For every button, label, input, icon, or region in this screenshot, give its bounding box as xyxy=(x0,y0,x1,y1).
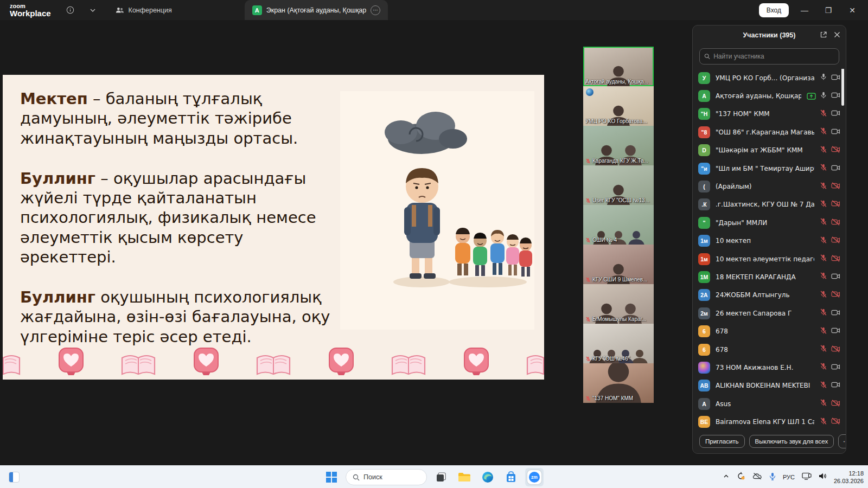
info-icon[interactable] xyxy=(66,6,74,14)
zoom-app-button[interactable]: zm xyxy=(525,468,544,486)
mic-icon[interactable] xyxy=(820,417,827,427)
minimize-button[interactable]: — xyxy=(796,6,813,15)
mic-icon[interactable] xyxy=(820,308,827,318)
mic-icon[interactable] xyxy=(820,163,827,174)
participant-row[interactable]: .К .г.Шахтинск, КГУ ОШ № 7 Даниленк... xyxy=(698,196,840,214)
tray-network-icon[interactable] xyxy=(802,472,812,482)
maximize-button[interactable]: ❐ xyxy=(820,6,837,15)
camera-icon[interactable] xyxy=(831,127,840,137)
participant-row[interactable]: 73 НОМ Акижанов Е.Н. xyxy=(698,358,840,376)
video-thumbnail[interactable]: Ақтоғай ауданы, Қошқа... xyxy=(583,47,654,86)
start-button[interactable] xyxy=(322,468,341,486)
camera-icon[interactable] xyxy=(831,399,840,409)
mic-icon[interactable] xyxy=(820,399,827,409)
video-thumbnail[interactable]: КГУ СШИ 9 Шмелев... xyxy=(583,245,654,284)
participant-row[interactable]: 6 678 xyxy=(698,341,840,358)
mic-icon[interactable] xyxy=(820,73,827,83)
camera-icon[interactable] xyxy=(831,381,840,390)
participant-row[interactable]: "8 "ОШ 86" г.Караганда Магавьянова ... xyxy=(698,123,840,141)
mic-icon[interactable] xyxy=(820,272,827,282)
participant-search-input[interactable] xyxy=(713,53,834,60)
participant-row[interactable]: 1М 18 МЕКТЕП КАРАГАНДА xyxy=(698,268,840,286)
participant-row[interactable]: 2А 24ЖОББМ Алтынгуль xyxy=(698,286,840,304)
participant-row[interactable]: " "Дарын" ММЛИ xyxy=(698,214,840,232)
participant-row[interactable]: D "Шәкәрім ат ЖББМ" КММ xyxy=(698,142,840,159)
participant-row[interactable]: ( (Арайлым) xyxy=(698,177,840,195)
more-options-button[interactable]: ⋯ xyxy=(838,434,846,448)
mic-icon[interactable] xyxy=(820,91,827,101)
tray-volume-icon[interactable] xyxy=(819,472,827,482)
participant-row[interactable]: А Ақтоғай ауданы, Қошқар тірек ... xyxy=(698,87,840,105)
file-explorer-button[interactable] xyxy=(455,468,474,486)
camera-icon[interactable] xyxy=(831,272,840,282)
mic-icon[interactable] xyxy=(820,362,827,373)
mic-icon[interactable] xyxy=(820,290,827,300)
tray-chevron-up-icon[interactable] xyxy=(723,472,730,482)
scrollbar-thumb[interactable] xyxy=(841,69,844,106)
mic-icon[interactable] xyxy=(820,182,827,192)
tray-cloud-offline-icon[interactable] xyxy=(752,472,762,482)
video-thumbnail[interactable]: User КГУ "ОСШ №13... xyxy=(583,165,654,205)
camera-icon[interactable] xyxy=(831,236,840,246)
tab-conference[interactable]: Конференция xyxy=(108,0,180,20)
edge-browser-button[interactable] xyxy=(478,468,497,486)
video-thumbnail[interactable]: СШИ № 4 xyxy=(583,205,654,245)
participant-search-box[interactable] xyxy=(699,48,839,65)
camera-icon[interactable] xyxy=(831,145,840,155)
participant-row[interactable]: 6 678 xyxy=(698,322,840,340)
mic-icon[interactable] xyxy=(820,236,827,246)
camera-icon[interactable] xyxy=(831,290,840,300)
popout-icon[interactable] xyxy=(820,31,827,40)
camera-icon[interactable] xyxy=(831,309,840,318)
participant-row[interactable]: AB ALIKHAN BOKEIHAN MEKTEBI xyxy=(698,377,840,395)
mic-icon[interactable] xyxy=(820,217,827,228)
camera-icon[interactable] xyxy=(831,218,840,228)
video-thumbnail[interactable]: Б.Момышулы Караг... xyxy=(583,284,654,324)
camera-icon[interactable] xyxy=(831,73,840,83)
camera-icon[interactable] xyxy=(831,200,840,209)
taskbar-corner-icon[interactable] xyxy=(9,472,20,483)
camera-icon[interactable] xyxy=(831,254,840,264)
video-thumbnail[interactable]: "137 НОМ" КММ xyxy=(583,363,654,403)
participant-row[interactable]: У УМЦ РО КО Горб... (Организатор, я) xyxy=(698,69,840,87)
microsoft-store-button[interactable] xyxy=(502,468,520,486)
mic-icon[interactable] xyxy=(820,127,827,137)
mic-icon[interactable] xyxy=(820,254,827,264)
language-indicator[interactable]: РУС xyxy=(783,474,795,480)
mute-all-button[interactable]: Выключить звук для всех xyxy=(749,435,834,448)
camera-icon[interactable] xyxy=(831,91,840,101)
camera-icon[interactable] xyxy=(831,164,840,174)
participant-row[interactable]: "Н "137 НОМ" КММ xyxy=(698,105,840,123)
close-button[interactable]: ✕ xyxy=(844,6,860,15)
video-thumbnail[interactable]: УМЦ РО КО Горбатова... xyxy=(583,86,654,126)
camera-icon[interactable] xyxy=(831,326,840,336)
login-button[interactable]: Вход xyxy=(759,3,789,17)
participant-row[interactable]: "и "Шл им БМ " Темиртау Аширбаева ... xyxy=(698,159,840,177)
tray-clock[interactable]: 12:18 26.03.2026 xyxy=(834,470,864,485)
participant-row[interactable]: BE Bairamova Elena КГУ ШЛ 1 Сарань xyxy=(698,413,840,429)
task-view-button[interactable] xyxy=(432,468,450,486)
video-thumbnail[interactable]: КГУ "ОШ №46" xyxy=(583,324,654,363)
chevron-down-icon[interactable] xyxy=(90,7,96,14)
close-panel-icon[interactable] xyxy=(834,31,840,40)
camera-icon[interactable] xyxy=(831,109,840,119)
participant-row[interactable]: 1м 10 мектеп xyxy=(698,232,840,250)
tab-screen-share[interactable]: A Экран (Ақтоғай ауданы, Қошқар ⋯ xyxy=(245,0,388,20)
mic-icon[interactable] xyxy=(820,109,827,119)
mic-icon[interactable] xyxy=(820,344,827,355)
participant-row[interactable]: A Asus xyxy=(698,395,840,413)
camera-icon[interactable] xyxy=(831,182,840,191)
camera-icon[interactable] xyxy=(831,363,840,373)
invite-button[interactable]: Пригласить xyxy=(699,435,745,448)
mic-icon[interactable] xyxy=(820,326,827,337)
participant-row[interactable]: 2м 26 мектеп Сапарова Г xyxy=(698,304,840,322)
mic-icon[interactable] xyxy=(820,200,827,210)
mic-icon[interactable] xyxy=(820,145,827,156)
tray-sync-icon[interactable] xyxy=(737,472,745,483)
tray-microphone-icon[interactable] xyxy=(769,472,776,483)
camera-icon[interactable] xyxy=(831,345,840,355)
participant-row[interactable]: 1м 10 мектеп әлеуметтік педагог xyxy=(698,250,840,268)
video-thumbnail[interactable]: Караганда КГУ Ж.Та... xyxy=(583,126,654,165)
taskbar-search[interactable]: Поиск xyxy=(346,469,427,485)
mic-icon[interactable] xyxy=(820,381,827,391)
